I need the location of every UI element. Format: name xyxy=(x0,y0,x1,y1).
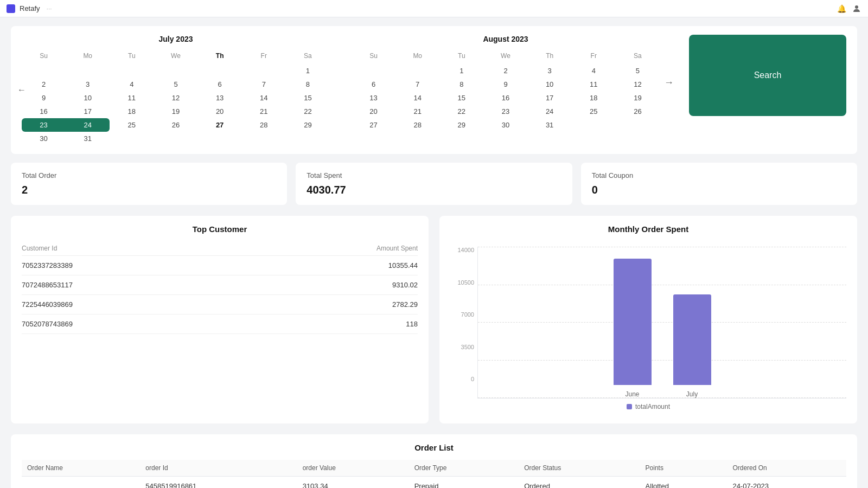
total-spent-card: Total Spent 4030.77 xyxy=(296,163,572,205)
jul-cell[interactable] xyxy=(198,132,242,145)
jul-cell-5[interactable]: 5 xyxy=(154,78,197,91)
chart-bar-june: June xyxy=(614,259,652,398)
jul-cell-3[interactable]: 3 xyxy=(66,78,110,91)
search-button[interactable]: Search xyxy=(689,35,846,116)
aug-cell-20[interactable]: 20 xyxy=(352,105,395,118)
jul-cell-29[interactable]: 29 xyxy=(286,118,330,132)
jul-cell[interactable] xyxy=(154,132,197,145)
title-bar-dots: ··· xyxy=(47,5,52,12)
aug-cell-14[interactable]: 14 xyxy=(395,91,439,105)
aug-cell-29[interactable]: 29 xyxy=(439,118,483,132)
aug-cell-17[interactable]: 17 xyxy=(528,91,572,105)
aug-cell-1[interactable]: 1 xyxy=(439,64,483,78)
aug-cell-2[interactable]: 2 xyxy=(483,64,527,78)
calendar-prev-button[interactable]: ← xyxy=(13,83,30,97)
aug-cell[interactable] xyxy=(616,118,660,132)
aug-cell-7[interactable]: 7 xyxy=(395,78,439,91)
bell-icon[interactable]: 🔔 xyxy=(837,4,846,14)
aug-day-th: Th xyxy=(528,50,572,62)
aug-day-fr: Fr xyxy=(572,50,616,62)
jul-cell-30[interactable]: 30 xyxy=(22,132,66,145)
jul-cell[interactable] xyxy=(242,132,286,145)
jul-cell-16[interactable]: 16 xyxy=(22,105,66,118)
aug-cell-15[interactable]: 15 xyxy=(439,91,483,105)
user-avatar-icon[interactable] xyxy=(852,4,861,14)
jul-cell-26[interactable]: 26 xyxy=(154,118,197,132)
jul-cell-27[interactable]: 27 xyxy=(198,118,242,132)
aug-cell-8[interactable]: 8 xyxy=(439,78,483,91)
jul-cell-10[interactable]: 10 xyxy=(66,91,110,105)
jul-cell-6[interactable]: 6 xyxy=(198,78,242,91)
jul-cell-18[interactable]: 18 xyxy=(110,105,154,118)
jul-cell-22[interactable]: 22 xyxy=(286,105,330,118)
aug-cell-24[interactable]: 24 xyxy=(528,105,572,118)
customer-table-header: Customer Id Amount Spent xyxy=(22,241,418,256)
jul-cell-14[interactable]: 14 xyxy=(242,91,286,105)
aug-cell-4[interactable]: 4 xyxy=(572,64,616,78)
aug-cell[interactable] xyxy=(395,64,439,78)
aug-cell[interactable] xyxy=(352,64,395,78)
title-bar: Retafy ··· 🔔 xyxy=(0,0,868,17)
aug-cell-23[interactable]: 23 xyxy=(483,105,527,118)
jul-cell-13[interactable]: 13 xyxy=(198,91,242,105)
aug-cell-6[interactable]: 6 xyxy=(352,78,395,91)
jul-cell[interactable] xyxy=(110,64,154,78)
aug-cell-13[interactable]: 13 xyxy=(352,91,395,105)
jul-cell-8[interactable]: 8 xyxy=(286,78,330,91)
jul-cell-17[interactable]: 17 xyxy=(66,105,110,118)
jul-cell-31[interactable]: 31 xyxy=(66,132,110,145)
jul-cell[interactable] xyxy=(22,64,66,78)
col-order-name: Order Name xyxy=(22,460,140,477)
jul-cell-11[interactable]: 11 xyxy=(110,91,154,105)
calendar-next-button[interactable]: → xyxy=(660,74,678,90)
jul-cell[interactable] xyxy=(66,64,110,78)
aug-cell-12[interactable]: 12 xyxy=(616,78,660,91)
jul-cell-21[interactable]: 21 xyxy=(242,105,286,118)
aug-cell-26[interactable]: 26 xyxy=(616,105,660,118)
bar-june xyxy=(614,259,652,385)
aug-cell-16[interactable]: 16 xyxy=(483,91,527,105)
aug-cell-28[interactable]: 28 xyxy=(395,118,439,132)
jul-cell-28[interactable]: 28 xyxy=(242,118,286,132)
jul-cell[interactable] xyxy=(110,132,154,145)
customer-table-row: 7052337283389 10355.44 xyxy=(22,256,418,275)
aug-cell-18[interactable]: 18 xyxy=(572,91,616,105)
aug-cell-21[interactable]: 21 xyxy=(395,105,439,118)
jul-cell[interactable] xyxy=(242,64,286,78)
aug-day-we: We xyxy=(483,50,527,62)
jul-cell-4[interactable]: 4 xyxy=(110,78,154,91)
aug-cell-11[interactable]: 11 xyxy=(572,78,616,91)
calendar-august-title: August 2023 xyxy=(352,35,660,43)
jul-cell-12[interactable]: 12 xyxy=(154,91,197,105)
total-order-card: Total Order 2 xyxy=(11,163,287,205)
aug-cell-30[interactable]: 30 xyxy=(483,118,527,132)
aug-cell-25[interactable]: 25 xyxy=(572,105,616,118)
aug-cell-27[interactable]: 27 xyxy=(352,118,395,132)
aug-cell[interactable] xyxy=(572,118,616,132)
jul-cell-24[interactable]: 24 xyxy=(66,118,110,132)
chart-legend: totalAmount xyxy=(450,403,846,410)
aug-cell-5[interactable]: 5 xyxy=(616,64,660,78)
aug-cell-31[interactable]: 31 xyxy=(528,118,572,132)
aug-cell-3[interactable]: 3 xyxy=(528,64,572,78)
aug-cell-19[interactable]: 19 xyxy=(616,91,660,105)
jul-cell-15[interactable]: 15 xyxy=(286,91,330,105)
jul-cell[interactable] xyxy=(286,132,330,145)
jul-cell-20[interactable]: 20 xyxy=(198,105,242,118)
total-coupon-card: Total Coupon 0 xyxy=(581,163,857,205)
jul-cell-23[interactable]: 23 xyxy=(22,118,66,132)
jul-cell-25[interactable]: 25 xyxy=(110,118,154,132)
jul-day-sa: Sa xyxy=(286,50,330,62)
jul-cell[interactable] xyxy=(154,64,197,78)
aug-cell-22[interactable]: 22 xyxy=(439,105,483,118)
calendar-july-grid: Su Mo Tu We Th Fr Sa xyxy=(22,50,330,145)
jul-cell-7[interactable]: 7 xyxy=(242,78,286,91)
jul-cell[interactable] xyxy=(198,64,242,78)
aug-cell-9[interactable]: 9 xyxy=(483,78,527,91)
aug-cell-10[interactable]: 10 xyxy=(528,78,572,91)
col-customer-id: Customer Id xyxy=(22,241,240,256)
col-order-value: order Value xyxy=(297,460,409,477)
jul-cell-1[interactable]: 1 xyxy=(286,64,330,78)
jul-cell-19[interactable]: 19 xyxy=(154,105,197,118)
aug-day-tu: Tu xyxy=(439,50,483,62)
